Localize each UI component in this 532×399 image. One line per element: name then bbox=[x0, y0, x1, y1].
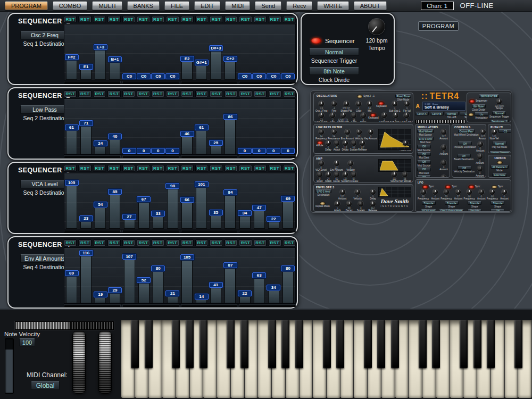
knob[interactable] bbox=[343, 140, 348, 146]
seq-destination-button[interactable]: Low Pass bbox=[20, 105, 69, 114]
seq-step-value[interactable]: 67 bbox=[137, 196, 151, 202]
rst-button[interactable]: RST bbox=[283, 239, 296, 246]
rst-button[interactable]: RST bbox=[268, 165, 281, 172]
seq-step-bar[interactable] bbox=[225, 193, 236, 229]
seq-step-value[interactable]: D#+3 bbox=[209, 45, 223, 51]
pitch-bend-range[interactable]: Semitones: 1 bbox=[490, 120, 509, 123]
black-key[interactable] bbox=[336, 320, 344, 368]
push-it-note[interactable]: C5 bbox=[498, 129, 511, 133]
seq-step-value[interactable]: 0 bbox=[238, 148, 252, 154]
seq-step-value[interactable]: 27 bbox=[122, 214, 136, 220]
black-key[interactable] bbox=[432, 320, 440, 368]
seq-step-value[interactable]: B+1 bbox=[108, 56, 122, 62]
lfo-destination[interactable]: VCA Level bbox=[421, 209, 436, 212]
seq-step-bar[interactable] bbox=[181, 201, 193, 229]
seq-step-bar[interactable] bbox=[225, 266, 236, 303]
rst-button[interactable]: RST bbox=[239, 90, 252, 97]
rst-button[interactable]: RST bbox=[137, 239, 149, 246]
knob[interactable] bbox=[489, 189, 495, 195]
rst-button[interactable]: RST bbox=[64, 16, 77, 23]
seq-step-value[interactable]: 46 bbox=[180, 131, 194, 137]
seq-step-value[interactable]: 80 bbox=[281, 265, 295, 271]
rst-button[interactable]: RST bbox=[93, 90, 106, 97]
knob[interactable] bbox=[346, 201, 352, 206]
black-key[interactable] bbox=[377, 320, 385, 368]
rst-button[interactable]: RST bbox=[93, 165, 106, 172]
knob[interactable] bbox=[344, 101, 349, 106]
black-key[interactable] bbox=[200, 320, 207, 368]
seq-step-value[interactable]: F#2 bbox=[65, 54, 79, 60]
seq-step-bar[interactable] bbox=[153, 269, 164, 303]
lfo-sync-led[interactable] bbox=[469, 186, 474, 188]
rst-button[interactable]: RST bbox=[210, 90, 222, 97]
seq-step-bar[interactable] bbox=[66, 274, 77, 303]
mini-seq-trigger[interactable]: Normal bbox=[492, 111, 506, 115]
menu-item-recv[interactable]: Recv bbox=[286, 1, 312, 10]
black-key[interactable] bbox=[295, 320, 303, 368]
mini-clock-divide[interactable]: 8th Note bbox=[472, 104, 486, 108]
lfo-sync-led[interactable] bbox=[423, 186, 428, 188]
rst-button[interactable]: RST bbox=[225, 165, 237, 172]
mod-wheel[interactable] bbox=[98, 331, 112, 394]
seq-step-value[interactable]: 34 bbox=[267, 285, 280, 290]
program-display[interactable]: C 063 BrassSoft & Brassy bbox=[422, 102, 466, 111]
midi-channel-indicator[interactable]: Chan: 1 bbox=[421, 2, 454, 10]
black-key[interactable] bbox=[323, 320, 331, 368]
seq-step-value[interactable]: 22 bbox=[238, 290, 252, 296]
pitch-wheel[interactable] bbox=[72, 331, 86, 394]
seq-step-bar[interactable] bbox=[138, 281, 149, 303]
seq-step-value[interactable]: C+2 bbox=[223, 56, 237, 62]
lfo-shape[interactable]: Triangle bbox=[468, 201, 481, 205]
rst-button[interactable]: RST bbox=[195, 165, 208, 172]
knob[interactable] bbox=[467, 189, 472, 195]
sequencer-on-led[interactable] bbox=[311, 38, 321, 44]
knob[interactable] bbox=[343, 172, 348, 177]
black-key[interactable] bbox=[514, 320, 522, 368]
control-destination[interactable]: Off bbox=[457, 154, 471, 157]
unison-mode[interactable]: All Detune 1 bbox=[491, 165, 508, 169]
knob[interactable] bbox=[502, 189, 507, 195]
lfo-sync-led[interactable] bbox=[492, 186, 497, 188]
black-key[interactable] bbox=[186, 320, 194, 368]
seq-step-value[interactable]: 14 bbox=[195, 294, 209, 300]
seq-step-value[interactable]: 40 bbox=[108, 134, 122, 139]
knob[interactable] bbox=[351, 172, 356, 177]
unison-assign[interactable]: Low Note bbox=[492, 173, 506, 177]
keyboard-overview-strip[interactable] bbox=[15, 321, 114, 330]
knob[interactable] bbox=[480, 129, 486, 135]
seq-step-bar[interactable] bbox=[95, 205, 106, 229]
lfo-destination[interactable]: Off bbox=[491, 209, 504, 212]
rst-button[interactable]: RST bbox=[107, 16, 120, 23]
seq-step-value[interactable]: 52 bbox=[137, 277, 151, 283]
knob[interactable] bbox=[392, 101, 397, 106]
seq-step-bar[interactable] bbox=[181, 60, 193, 80]
seq-step-value[interactable]: 101 bbox=[195, 181, 209, 187]
rst-button[interactable]: RST bbox=[239, 16, 252, 23]
menu-item-about[interactable]: ABOUT bbox=[354, 1, 387, 10]
rst-button[interactable]: RST bbox=[254, 16, 267, 23]
rst-button[interactable]: RST bbox=[166, 165, 179, 172]
seq-step-bar[interactable] bbox=[196, 63, 207, 80]
knob[interactable] bbox=[319, 113, 324, 118]
rst-button[interactable]: RST bbox=[78, 90, 91, 97]
rst-button[interactable]: RST bbox=[107, 90, 120, 97]
seq-step-value[interactable]: E+3 bbox=[94, 44, 107, 50]
rst-button[interactable]: RST bbox=[254, 239, 267, 246]
seq-step-bar[interactable] bbox=[66, 184, 77, 229]
menu-item-banks[interactable]: BANKS bbox=[127, 1, 160, 10]
seq-step-value[interactable]: 105 bbox=[180, 254, 194, 260]
rst-button[interactable]: RST bbox=[210, 165, 222, 172]
menu-item-edit[interactable]: EDIT bbox=[194, 1, 220, 10]
seq-step-value[interactable]: 0 bbox=[122, 148, 136, 154]
rst-button[interactable]: RST bbox=[93, 239, 106, 246]
rst-button[interactable]: RST bbox=[239, 239, 252, 246]
mini-seq-led[interactable] bbox=[470, 100, 475, 103]
seq-destination-button[interactable]: Env All Amounts bbox=[20, 254, 69, 263]
knob[interactable] bbox=[319, 129, 324, 135]
knob[interactable] bbox=[335, 201, 340, 206]
knob[interactable] bbox=[351, 113, 356, 118]
rst-button[interactable]: RST bbox=[64, 239, 77, 246]
seq-step-value[interactable]: E2 bbox=[180, 56, 194, 62]
rst-button[interactable]: RST bbox=[137, 16, 149, 23]
knob[interactable] bbox=[404, 113, 409, 118]
